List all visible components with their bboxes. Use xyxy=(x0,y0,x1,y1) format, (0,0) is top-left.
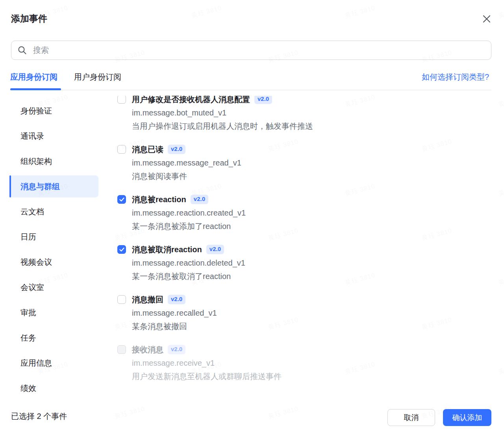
watermark: 黄珏 3810 xyxy=(114,405,146,421)
event-title: 消息被取消reaction xyxy=(132,244,202,255)
event-description: 某条消息被撤回 xyxy=(132,320,491,333)
event-item: 消息已读 v2.0 im.message.message_read_v1 消息被… xyxy=(117,143,491,183)
tab-0[interactable]: 应用身份订阅 xyxy=(10,70,57,84)
selection-summary: 已选择 2 个事件 xyxy=(11,411,67,422)
event-checkbox[interactable] xyxy=(117,195,126,204)
dialog-title: 添加事件 xyxy=(11,13,47,25)
version-badge: v2.0 xyxy=(191,195,208,204)
event-api-name: im.message.recalled_v1 xyxy=(132,306,491,320)
watermark: 黄珏 3810 xyxy=(498,271,504,287)
sidebar-item-7[interactable]: 会议室 xyxy=(9,276,98,298)
version-badge: v2.0 xyxy=(206,245,224,254)
event-title: 消息撤回 xyxy=(132,294,163,305)
sidebar-item-10[interactable]: 应用信息 xyxy=(9,352,98,374)
sidebar-item-4[interactable]: 云文档 xyxy=(9,201,98,223)
event-item: 消息被取消reaction v2.0 im.message.reaction.d… xyxy=(117,243,491,283)
sidebar-item-5[interactable]: 日历 xyxy=(9,226,98,248)
version-badge: v2.0 xyxy=(254,95,272,104)
search-icon xyxy=(18,46,27,55)
tab-bar: 应用身份订阅用户身份订阅 xyxy=(10,70,121,84)
event-api-name: im.message.bot_muted_v1 xyxy=(132,106,491,119)
event-checkbox[interactable] xyxy=(117,345,126,354)
event-title: 消息被reaction xyxy=(132,194,186,205)
active-indicator xyxy=(9,175,11,197)
event-item: 消息撤回 v2.0 im.message.recalled_v1 某条消息被撤回 xyxy=(117,293,491,333)
event-checkbox[interactable] xyxy=(117,295,126,304)
event-api-name: im.message.reaction.created_v1 xyxy=(132,206,491,220)
confirm-button[interactable]: 确认添加 xyxy=(443,409,491,426)
dialog-body: 身份验证 通讯录 组织架构 消息与群组 云文档 日历 视频会议 会议室 审批 任… xyxy=(9,91,491,393)
watermark: 黄珏 3810 xyxy=(498,360,504,376)
sidebar-item-2[interactable]: 组织架构 xyxy=(9,150,98,172)
event-description: 消息被阅读事件 xyxy=(132,169,491,183)
event-title: 消息已读 xyxy=(132,144,163,155)
event-checkbox[interactable] xyxy=(117,95,126,104)
close-button[interactable] xyxy=(482,13,493,24)
event-list: 用户修改是否接收机器人消息配置 v2.0 im.message.bot_mute… xyxy=(98,91,491,393)
check-icon xyxy=(119,247,124,252)
event-title: 接收消息 xyxy=(132,344,163,355)
event-description: 某一条消息被添加了reaction xyxy=(132,220,491,233)
version-badge: v2.0 xyxy=(168,145,185,154)
sidebar-item-3[interactable]: 消息与群组 xyxy=(9,175,98,197)
check-icon xyxy=(119,197,124,202)
event-checkbox[interactable] xyxy=(117,145,126,154)
sidebar-item-9[interactable]: 任务 xyxy=(9,327,98,349)
search-input[interactable] xyxy=(32,45,485,55)
event-api-name: im.message.reaction.deleted_v1 xyxy=(132,256,491,270)
category-sidebar: 身份验证 通讯录 组织架构 消息与群组 云文档 日历 视频会议 会议室 审批 任… xyxy=(9,91,98,393)
list-top-clip xyxy=(118,90,504,96)
sidebar-item-1[interactable]: 通讯录 xyxy=(9,125,98,147)
tab-1[interactable]: 用户身份订阅 xyxy=(74,70,121,84)
event-description: 用户发送新消息至机器人或群聊后推送事件 xyxy=(132,370,491,383)
watermark: 黄珏 3810 xyxy=(498,182,504,198)
sidebar-item-8[interactable]: 审批 xyxy=(9,301,98,324)
event-item: 消息被reaction v2.0 im.message.reaction.cre… xyxy=(117,193,491,233)
event-description: 某一条消息被取消了reaction xyxy=(132,270,491,283)
close-icon xyxy=(482,14,491,24)
watermark: 黄珏 3810 xyxy=(498,4,504,20)
event-checkbox[interactable] xyxy=(117,245,126,254)
watermark: 黄珏 3810 xyxy=(344,4,376,20)
active-tab-underline xyxy=(10,88,61,90)
sidebar-item-6[interactable]: 视频会议 xyxy=(9,251,98,273)
cancel-button[interactable]: 取消 xyxy=(387,409,435,426)
event-item: 接收消息 v2.0 im.message.receive_v1 用户发送新消息至… xyxy=(117,343,491,383)
help-link[interactable]: 如何选择订阅类型? xyxy=(422,70,489,84)
event-item: 用户修改是否接收机器人消息配置 v2.0 im.message.bot_mute… xyxy=(117,93,491,133)
event-api-name: im.message.receive_v1 xyxy=(132,356,491,370)
watermark: 黄珏 3810 xyxy=(191,4,223,20)
version-badge: v2.0 xyxy=(168,345,185,354)
event-api-name: im.message.message_read_v1 xyxy=(132,156,491,169)
sidebar-item-11[interactable]: 绩效 xyxy=(9,377,98,393)
watermark: 黄珏 3810 xyxy=(267,405,300,421)
search-box[interactable] xyxy=(11,41,491,60)
event-description: 当用户操作退订或启用机器人消息时，触发事件推送 xyxy=(132,119,491,133)
sidebar-item-0[interactable]: 身份验证 xyxy=(9,100,98,122)
version-badge: v2.0 xyxy=(168,295,185,304)
